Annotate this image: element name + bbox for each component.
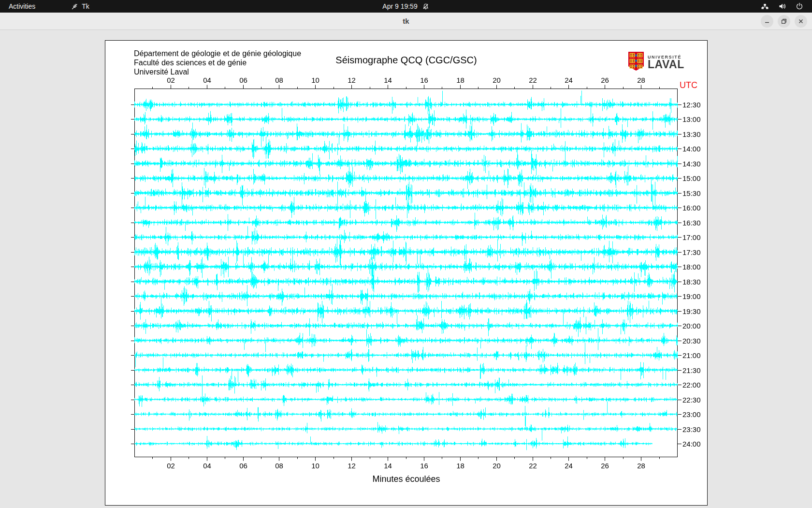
gnome-top-bar: Activities Tk Apr 9 19:59	[0, 0, 812, 13]
logo-laval-text: LAVAL	[648, 60, 684, 70]
close-button[interactable]	[795, 15, 807, 28]
laval-shield-icon	[628, 51, 644, 73]
maximize-restore-icon	[781, 18, 787, 24]
window-title: tk	[0, 13, 812, 30]
maximize-button[interactable]	[778, 15, 790, 28]
institution-line-3: Université Laval	[134, 67, 301, 76]
activities-button[interactable]: Activities	[9, 0, 35, 13]
utc-label: UTC	[680, 80, 697, 90]
system-status-area[interactable]	[761, 0, 812, 13]
power-icon	[796, 2, 803, 10]
tk-feather-icon	[71, 3, 78, 10]
universite-laval-logo: UNIVERSITÉ LAVAL	[628, 51, 684, 73]
speaker-icon	[778, 2, 786, 10]
seismograph-plot	[105, 41, 708, 506]
app-menu-label: Tk	[82, 2, 89, 10]
app-menu[interactable]: Tk	[71, 0, 89, 13]
minimize-icon	[764, 18, 770, 24]
network-tree-icon	[761, 2, 769, 10]
clock-menu[interactable]: Apr 9 19:59	[382, 0, 429, 13]
bell-muted-icon	[422, 3, 430, 10]
activities-label: Activities	[9, 2, 35, 10]
window-content: Département de géologie et de génie géol…	[0, 30, 812, 508]
plot-title: Séismographe QCQ (CGC/GSC)	[105, 55, 707, 66]
x-axis-title: Minutes écoulées	[105, 474, 707, 484]
minimize-button[interactable]	[761, 15, 773, 28]
desktop-screen: Activities Tk Apr 9 19:59	[0, 0, 812, 508]
close-icon	[798, 18, 804, 24]
seismograph-canvas-area: Département de géologie et de génie géol…	[105, 40, 708, 506]
clock-label: Apr 9 19:59	[382, 2, 417, 10]
window-titlebar[interactable]: tk	[0, 13, 812, 30]
